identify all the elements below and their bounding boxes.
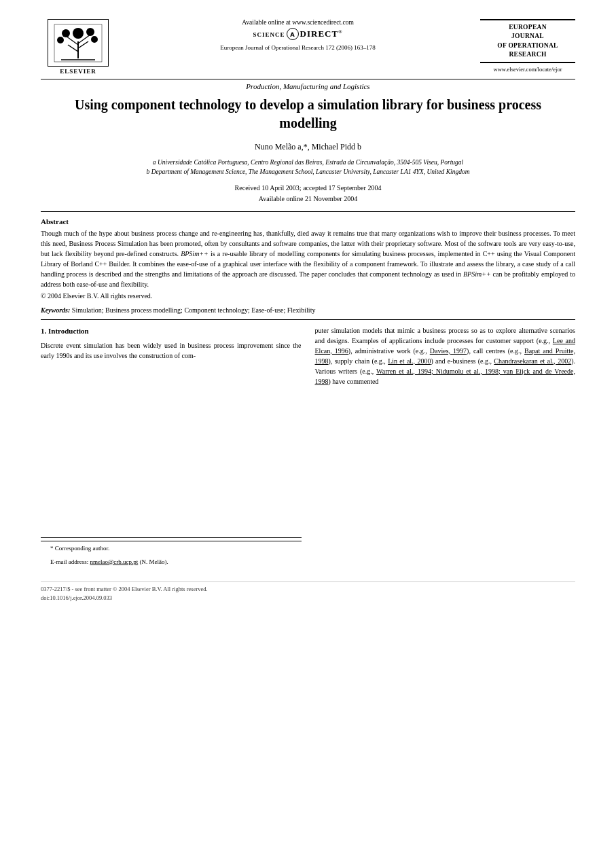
science-label: science bbox=[253, 29, 285, 39]
section1-heading: 1. Introduction bbox=[41, 325, 302, 337]
body-two-col: 1. Introduction Discrete event simulatio… bbox=[41, 325, 575, 571]
available-online-date: Available online 21 November 2004 bbox=[41, 194, 575, 204]
ejor-box-area: EUROPEANJOURNALOF OPERATIONALRESEARCH ww… bbox=[480, 19, 575, 73]
col2-paragraph1: puter simulation models that mimic a bus… bbox=[315, 325, 576, 387]
column-left: 1. Introduction Discrete event simulatio… bbox=[41, 325, 302, 571]
svg-point-8 bbox=[86, 28, 94, 36]
elsevier-logo-area: ELSEVIER bbox=[41, 19, 115, 75]
circle-a-icon: ᴀ bbox=[287, 28, 299, 40]
doi-line: doi:10.1016/j.ejor.2004.09.033 bbox=[41, 594, 575, 603]
page-header: ELSEVIER Available online at www.science… bbox=[41, 19, 575, 75]
footnote-area: * Corresponding author. E-mail address: … bbox=[41, 537, 302, 567]
ref-lin: Lin et al., 2000 bbox=[388, 357, 431, 365]
header-divider bbox=[41, 79, 575, 79]
abstract-section: Abstract Though much of the hype about b… bbox=[41, 217, 575, 300]
email-link[interactable]: nmelao@crb.ucp.pt bbox=[90, 558, 138, 565]
section-label: Production, Manufacturing and Logistics bbox=[41, 82, 575, 90]
ref-davies: Davies, 1997 bbox=[430, 347, 467, 355]
abstract-title: Abstract bbox=[41, 217, 575, 226]
copyright: © 2004 Elsevier B.V. All rights reserved… bbox=[41, 292, 575, 300]
corresponding-author-note: * Corresponding author. bbox=[41, 544, 302, 554]
paper-title: Using component technology to develop a … bbox=[41, 96, 575, 132]
ref-warren: Warren et al., 1994; Nidumolu et al., 19… bbox=[315, 368, 575, 385]
received-date: Received 10 April 2003; accepted 17 Sept… bbox=[41, 183, 575, 194]
svg-point-6 bbox=[73, 28, 84, 39]
affiliation-b: b Department of Management Science, The … bbox=[41, 167, 575, 177]
science-direct-logo: science ᴀ DIRECT® bbox=[122, 28, 473, 40]
keywords-label: Keywords: bbox=[41, 306, 70, 314]
svg-point-9 bbox=[57, 37, 64, 43]
bpsim-inline2: BPSim++ bbox=[463, 270, 491, 278]
email-note: E-mail address: nmelao@crb.ucp.pt (N. Me… bbox=[41, 558, 302, 567]
column-right: puter simulation models that mimic a bus… bbox=[315, 325, 576, 571]
svg-point-10 bbox=[91, 36, 98, 43]
svg-line-2 bbox=[68, 45, 78, 52]
svg-point-7 bbox=[62, 29, 70, 37]
main-divider-bottom bbox=[41, 319, 575, 320]
authors: Nuno Melão a,*, Michael Pidd b bbox=[41, 142, 575, 152]
keywords-line: Keywords: Simulation; Business process m… bbox=[41, 306, 575, 314]
dates: Received 10 April 2003; accepted 17 Sept… bbox=[41, 183, 575, 204]
abstract-text: Though much of the hype about business p… bbox=[41, 228, 575, 289]
elsevier-logo-box bbox=[48, 19, 109, 67]
keywords-text: Simulation; Business process modelling; … bbox=[72, 306, 316, 314]
ref-chandrasekaran: Chandrasekaran et al., 2002 bbox=[494, 357, 571, 365]
elsevier-text: ELSEVIER bbox=[60, 68, 96, 75]
col1-paragraph1: Discrete event simulation has been widel… bbox=[41, 340, 302, 361]
ejor-title-box: EUROPEANJOURNALOF OPERATIONALRESEARCH bbox=[480, 19, 575, 63]
science-direct-area: Available online at www.sciencedirect.co… bbox=[115, 19, 480, 51]
ejor-website: www.elsevier.com/locate/ejor bbox=[480, 66, 575, 73]
direct-label: DIRECT® bbox=[300, 29, 343, 39]
affiliation-a: a Universidade Católica Portuguesa, Cent… bbox=[41, 158, 575, 167]
page: ELSEVIER Available online at www.science… bbox=[0, 0, 616, 841]
journal-info: European Journal of Operational Research… bbox=[122, 44, 473, 51]
bottom-bar: 0377-2217/$ - see front matter © 2004 El… bbox=[41, 581, 575, 603]
bpsim-inline: BPSim++ bbox=[181, 250, 209, 257]
main-divider-top bbox=[41, 211, 575, 212]
available-online-text: Available online at www.sciencedirect.co… bbox=[122, 19, 473, 26]
affiliations: a Universidade Católica Portuguesa, Cent… bbox=[41, 158, 575, 177]
bottom-divider bbox=[41, 581, 575, 582]
issn-line: 0377-2217/$ - see front matter © 2004 El… bbox=[41, 585, 575, 594]
